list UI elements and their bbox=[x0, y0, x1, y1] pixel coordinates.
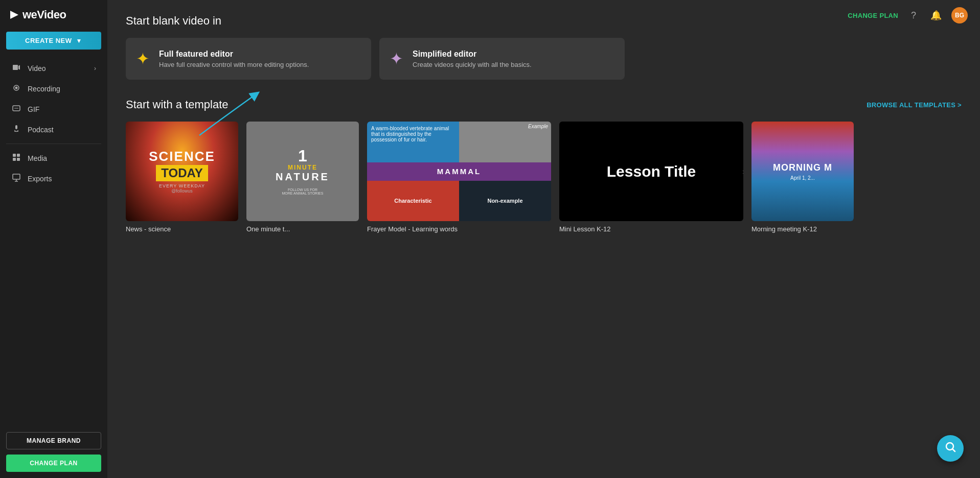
template-card-mini-lesson[interactable]: Lesson Title › Mini Lesson K-12 bbox=[559, 122, 743, 233]
svg-rect-10 bbox=[13, 158, 16, 161]
nav-divider bbox=[6, 144, 101, 144]
templates-grid: SCIENCE TODAY EVERY WEEKDAY @followus Ne… bbox=[126, 122, 962, 233]
sidebar-item-label: Video bbox=[28, 64, 46, 73]
svg-rect-8 bbox=[13, 154, 16, 157]
template-card-morning-meeting[interactable]: MORNING M April 1, 2... Morning meeting … bbox=[751, 122, 854, 233]
sidebar-item-video[interactable]: Video › bbox=[3, 58, 104, 78]
sidebar-item-label: Podcast bbox=[28, 126, 54, 134]
svg-rect-1 bbox=[13, 65, 18, 70]
template-label-frayer: Frayer Model - Learning words bbox=[367, 225, 551, 233]
svg-marker-2 bbox=[18, 65, 20, 70]
help-icon: ? bbox=[911, 10, 916, 21]
search-fab-icon bbox=[944, 441, 956, 456]
manage-brand-button[interactable]: MANAGE BRAND bbox=[6, 432, 101, 449]
template-card-news-science[interactable]: SCIENCE TODAY EVERY WEEKDAY @followus Ne… bbox=[126, 122, 238, 233]
full-editor-icon: ✦ bbox=[136, 49, 150, 68]
sidebar-item-media[interactable]: Media bbox=[3, 148, 104, 168]
template-preview-lesson: Lesson Title bbox=[559, 122, 743, 221]
media-icon bbox=[11, 153, 21, 163]
editor-cards-container: ✦ Full featured editor Have full creativ… bbox=[126, 38, 962, 80]
simplified-editor-icon: ✦ bbox=[390, 49, 403, 68]
top-nav: CHANGE PLAN ? 🔔 BG bbox=[835, 0, 980, 31]
help-button[interactable]: ? bbox=[906, 8, 921, 22]
bell-icon: 🔔 bbox=[930, 10, 942, 21]
exports-icon bbox=[11, 174, 21, 183]
logo-text: weVideo bbox=[22, 8, 66, 21]
simplified-editor-card[interactable]: ✦ Simplified editor Create videos quickl… bbox=[379, 38, 625, 80]
chevron-down-icon: ▼ bbox=[76, 37, 82, 44]
change-plan-link[interactable]: CHANGE PLAN bbox=[848, 12, 898, 19]
template-thumb-frayer: A warm-blooded vertebrate animal that is… bbox=[367, 122, 551, 221]
full-editor-title: Full featured editor bbox=[159, 50, 309, 59]
weVideo-logo-icon bbox=[8, 9, 19, 20]
sidebar-item-label: Media bbox=[28, 154, 47, 162]
template-label-mini-lesson: Mini Lesson K-12 bbox=[559, 225, 743, 233]
user-avatar[interactable]: BG bbox=[951, 7, 968, 23]
template-label-nature: One minute t... bbox=[246, 225, 359, 233]
simplified-editor-text: Simplified editor Create videos quickly … bbox=[413, 50, 532, 68]
full-editor-text: Full featured editor Have full creative … bbox=[159, 50, 309, 68]
full-editor-description: Have full creative control with more edi… bbox=[159, 61, 309, 68]
sidebar-item-label: Exports bbox=[28, 175, 52, 183]
templates-header: Start with a template BROWSE ALL TEMPLAT… bbox=[126, 98, 962, 111]
sidebar-item-gif[interactable]: GIF bbox=[3, 99, 104, 119]
template-card-frayer[interactable]: A warm-blooded vertebrate animal that is… bbox=[367, 122, 551, 233]
svg-rect-12 bbox=[13, 174, 20, 179]
svg-marker-0 bbox=[10, 11, 18, 19]
template-thumb-mini-lesson: Lesson Title › bbox=[559, 122, 743, 221]
template-card-nature[interactable]: 1 MINUTE NATURE FOLLOW US FORMORE ANIMAL… bbox=[246, 122, 359, 233]
simplified-editor-title: Simplified editor bbox=[413, 50, 532, 59]
sidebar-nav: Video › Recording GIF Podcast Med bbox=[0, 58, 107, 426]
logo-area: weVideo bbox=[0, 0, 107, 28]
template-thumb-nature: 1 MINUTE NATURE FOLLOW US FORMORE ANIMAL… bbox=[246, 122, 359, 221]
sidebar: weVideo CREATE NEW ▼ Video › Recording G… bbox=[0, 0, 107, 478]
sidebar-item-exports[interactable]: Exports bbox=[3, 169, 104, 188]
template-preview-news: SCIENCE TODAY EVERY WEEKDAY @followus bbox=[126, 122, 238, 221]
template-preview-morning: MORNING M April 1, 2... bbox=[751, 122, 854, 221]
create-new-button[interactable]: CREATE NEW ▼ bbox=[6, 32, 101, 50]
notifications-button[interactable]: 🔔 bbox=[929, 8, 943, 22]
template-label-news-science: News - science bbox=[126, 225, 238, 233]
main-content: CHANGE PLAN ? 🔔 BG Start blank video in … bbox=[107, 0, 980, 478]
sidebar-item-label: GIF bbox=[28, 105, 39, 113]
template-preview-nature: 1 MINUTE NATURE FOLLOW US FORMORE ANIMAL… bbox=[246, 122, 359, 221]
video-icon bbox=[11, 63, 21, 73]
full-featured-editor-card[interactable]: ✦ Full featured editor Have full creativ… bbox=[126, 38, 371, 80]
template-thumb-morning: MORNING M April 1, 2... bbox=[751, 122, 854, 221]
simplified-editor-description: Create videos quickly with all the basic… bbox=[413, 61, 532, 68]
recording-icon bbox=[11, 84, 21, 93]
sidebar-item-recording[interactable]: Recording bbox=[3, 79, 104, 99]
svg-rect-7 bbox=[15, 125, 17, 129]
templates-wrapper: SCIENCE TODAY EVERY WEEKDAY @followus Ne… bbox=[126, 122, 962, 233]
svg-line-16 bbox=[953, 449, 955, 452]
svg-point-4 bbox=[15, 87, 18, 89]
arrow-right-icon: › bbox=[94, 65, 96, 72]
svg-rect-9 bbox=[17, 154, 20, 157]
template-label-morning: Morning meeting K-12 bbox=[751, 225, 854, 233]
sidebar-item-podcast[interactable]: Podcast bbox=[3, 119, 104, 139]
svg-rect-11 bbox=[17, 158, 20, 161]
sidebar-item-label: Recording bbox=[28, 85, 60, 93]
create-new-label: CREATE NEW bbox=[25, 37, 72, 44]
gif-icon bbox=[11, 104, 21, 114]
templates-title: Start with a template bbox=[126, 98, 229, 111]
template-thumb-news-science: SCIENCE TODAY EVERY WEEKDAY @followus bbox=[126, 122, 238, 221]
search-fab-button[interactable] bbox=[937, 435, 964, 462]
change-plan-button-sidebar[interactable]: CHANGE PLAN bbox=[6, 455, 101, 472]
browse-all-templates-link[interactable]: BROWSE ALL TEMPLATES > bbox=[867, 101, 962, 109]
sidebar-bottom: MANAGE BRAND CHANGE PLAN bbox=[0, 426, 107, 478]
podcast-icon bbox=[11, 125, 21, 134]
